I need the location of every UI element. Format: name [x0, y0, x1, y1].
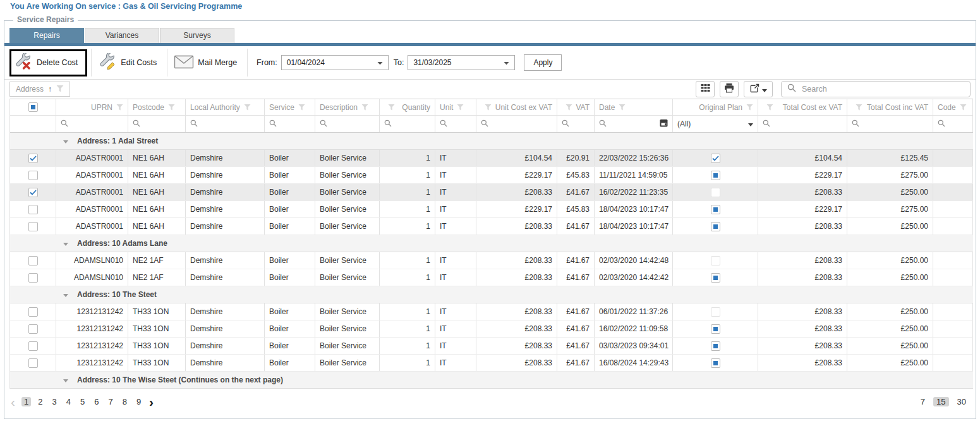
filter-funnel-icon[interactable] — [244, 104, 251, 111]
page-button-3[interactable]: 3 — [49, 397, 59, 406]
filter-funnel-icon[interactable] — [619, 104, 626, 111]
search-icon[interactable] — [481, 119, 488, 129]
filter-funnel-icon[interactable] — [746, 104, 753, 111]
tab-surveys[interactable]: Surveys — [160, 28, 234, 43]
select-all-checkbox[interactable] — [28, 102, 38, 112]
page-button-5[interactable]: 5 — [78, 397, 87, 406]
edit-costs-button[interactable]: Edit Costs — [95, 51, 163, 75]
filter-cell-unit[interactable] — [435, 116, 476, 132]
page-button-6[interactable]: 6 — [92, 397, 101, 406]
row-checkbox[interactable] — [28, 188, 38, 197]
original-plan-checkbox[interactable] — [711, 188, 720, 197]
search-icon[interactable] — [61, 119, 68, 129]
table-row[interactable]: 12312131242TH33 1ONDemshireBoilerBoiler … — [10, 303, 973, 320]
page-size-30[interactable]: 30 — [954, 397, 969, 406]
original-plan-checkbox[interactable] — [711, 341, 720, 351]
filter-funnel-icon[interactable] — [960, 104, 967, 111]
search-icon[interactable] — [938, 119, 945, 129]
filter-cell-code[interactable] — [933, 116, 973, 132]
column-header-unit[interactable]: Unit — [435, 99, 476, 115]
filter-cell-postcode[interactable] — [128, 116, 186, 132]
filter-cell-total_ex[interactable] — [758, 116, 847, 132]
table-row[interactable]: ADASTR0001NE1 6AHDemshireBoilerBoiler Se… — [10, 150, 973, 167]
table-row[interactable]: ADASTR0001NE1 6AHDemshireBoilerBoiler Se… — [10, 218, 973, 235]
page-button-9[interactable]: 9 — [134, 397, 143, 406]
original-plan-checkbox[interactable] — [711, 205, 720, 214]
to-date-dropdown[interactable]: 31/03/2025 — [408, 55, 515, 70]
delete-cost-button[interactable]: Delete Cost — [9, 49, 87, 76]
row-checkbox[interactable] — [28, 273, 38, 283]
filter-cell-total_inc[interactable] — [847, 116, 933, 132]
filter-funnel-icon[interactable] — [566, 104, 572, 111]
column-header-select[interactable] — [10, 99, 56, 115]
filter-funnel-icon[interactable] — [485, 104, 492, 111]
search-icon[interactable] — [190, 119, 198, 129]
filter-funnel-icon[interactable] — [116, 104, 123, 111]
export-button[interactable] — [744, 81, 773, 97]
page-button-4[interactable]: 4 — [64, 397, 73, 406]
filter-funnel-icon[interactable] — [856, 104, 862, 111]
column-header-postcode[interactable]: Postcode — [128, 99, 186, 115]
table-row[interactable]: ADASTR0001NE1 6AHDemshireBoilerBoiler Se… — [10, 167, 973, 184]
search-icon[interactable] — [852, 119, 859, 129]
table-row[interactable]: ADASTR0001NE1 6AHDemshireBoilerBoiler Se… — [10, 184, 973, 201]
filter-funnel-icon[interactable] — [168, 104, 175, 111]
column-header-quantity[interactable]: Quantity — [380, 99, 435, 115]
chevron-down-icon[interactable] — [748, 119, 753, 128]
table-row[interactable]: ADASTR0001NE1 6AHDemshireBoilerBoiler Se… — [10, 201, 973, 218]
row-checkbox[interactable] — [28, 222, 38, 231]
original-plan-checkbox[interactable] — [711, 307, 720, 317]
filter-cell-local_authority[interactable] — [186, 116, 265, 132]
filter-cell-description[interactable] — [315, 116, 380, 132]
table-row[interactable]: ADAMSLN010NE2 1AFDemshireBoilerBoiler Se… — [10, 269, 973, 286]
print-button[interactable] — [720, 81, 739, 97]
filter-cell-vat[interactable] — [557, 116, 595, 132]
row-checkbox[interactable] — [28, 171, 38, 180]
collapse-icon[interactable] — [63, 239, 68, 248]
filter-funnel-icon[interactable] — [457, 104, 464, 111]
collapse-icon[interactable] — [63, 137, 68, 145]
page-button-1[interactable]: 1 — [21, 397, 31, 406]
search-icon[interactable] — [384, 119, 392, 129]
filter-funnel-icon[interactable] — [766, 104, 773, 111]
page-button-8[interactable]: 8 — [120, 397, 130, 406]
from-date-dropdown[interactable]: 01/04/2024 — [281, 55, 389, 70]
original-plan-checkbox[interactable] — [711, 358, 720, 368]
page-size-7[interactable]: 7 — [917, 397, 928, 406]
group-by-address-chip[interactable]: Address ↑ — [9, 82, 70, 97]
search-icon[interactable] — [763, 119, 770, 129]
page-size-15[interactable]: 15 — [933, 397, 948, 406]
table-row[interactable]: 12312131242TH33 1ONDemshireBoilerBoiler … — [10, 338, 973, 355]
column-header-vat[interactable]: VAT — [557, 99, 595, 115]
group-row[interactable]: Address: 10 Adams Lane — [10, 235, 973, 252]
filter-cell-date[interactable] — [595, 116, 673, 132]
search-icon[interactable] — [269, 119, 277, 129]
row-checkbox[interactable] — [28, 205, 38, 214]
original-plan-checkbox[interactable] — [711, 256, 720, 265]
tab-variances[interactable]: Variances — [85, 28, 159, 43]
row-checkbox[interactable] — [28, 341, 38, 351]
column-header-total_inc[interactable]: Total Cost inc VAT — [847, 99, 933, 115]
filter-cell-unit_cost[interactable] — [476, 116, 557, 132]
previous-page-button[interactable]: ‹ — [11, 395, 15, 409]
collapse-icon[interactable] — [63, 375, 68, 384]
column-header-total_ex[interactable]: Total Cost ex VAT — [758, 99, 847, 115]
column-header-code[interactable]: Code — [933, 99, 973, 115]
search-input[interactable] — [801, 84, 964, 94]
original-plan-checkbox[interactable] — [711, 324, 720, 334]
column-header-local_authority[interactable]: Local Authority — [186, 99, 265, 115]
row-checkbox[interactable] — [28, 154, 38, 163]
row-checkbox[interactable] — [28, 256, 38, 265]
search-icon[interactable] — [562, 119, 569, 129]
column-header-date[interactable]: Date — [595, 99, 673, 115]
collapse-icon[interactable] — [63, 290, 68, 299]
row-checkbox[interactable] — [28, 307, 38, 317]
group-row[interactable]: Address: 10 The Wise Steet (Continues on… — [10, 372, 973, 389]
search-icon[interactable] — [440, 119, 447, 129]
table-row[interactable]: 12312131242TH33 1ONDemshireBoilerBoiler … — [10, 320, 973, 338]
original-plan-checkbox[interactable] — [711, 273, 720, 283]
original-plan-checkbox[interactable] — [711, 154, 720, 163]
filter-cell-uprn[interactable] — [56, 116, 128, 132]
calendar-icon[interactable] — [660, 119, 668, 129]
filter-funnel-icon[interactable] — [361, 104, 368, 111]
